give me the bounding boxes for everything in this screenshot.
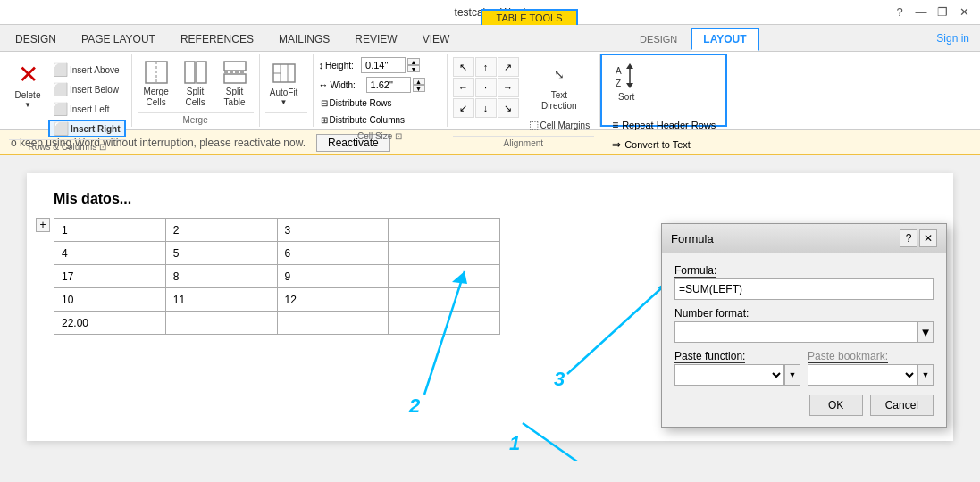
insert-right-button[interactable]: ⬜ Insert Right [48, 120, 126, 137]
table-cell[interactable] [389, 265, 500, 288]
merge-group: MergeCells SplitCells SplitTable Merge [132, 54, 260, 127]
svg-marker-14 [626, 63, 633, 69]
dialog-close-button[interactable]: ✕ [919, 229, 937, 247]
tab-design[interactable]: DESIGN [4, 28, 68, 51]
close-button[interactable]: ✕ [955, 4, 973, 21]
delete-button[interactable]: ✕ Delete ▼ [9, 57, 46, 109]
cell-margins-button[interactable]: ⬚ Cell Margins [524, 116, 595, 134]
width-down[interactable]: ▼ [413, 85, 425, 92]
table-cell[interactable] [389, 288, 500, 312]
dialog-help-button[interactable]: ? [900, 229, 917, 247]
width-input[interactable] [366, 77, 411, 93]
table-cell[interactable]: 8 [165, 265, 277, 288]
dialog-ok-button[interactable]: OK [809, 395, 863, 416]
table-cell[interactable]: 4 [54, 242, 166, 265]
paste-function-label: Paste function: [674, 350, 800, 362]
delete-dropdown[interactable]: ▼ [24, 101, 31, 109]
tab-page-layout[interactable]: PAGE LAYOUT [70, 28, 167, 51]
height-input[interactable] [361, 57, 406, 73]
autofit-button[interactable]: AutoFit ▼ [265, 57, 303, 109]
split-cells-button[interactable]: SplitCells [177, 57, 214, 109]
table-cell[interactable]: 1 [54, 219, 166, 242]
distribute-cols-button[interactable]: ⊞ Distribute Columns [319, 113, 406, 127]
align-bottom-left[interactable]: ↙ [453, 98, 474, 118]
split-table-button[interactable]: SplitTable [216, 57, 254, 109]
repeat-header-rows-button[interactable]: ≡ Repeat Header Rows [607, 116, 720, 134]
height-down[interactable]: ▼ [407, 65, 420, 72]
table-cell[interactable]: 3 [277, 219, 389, 242]
align-middle-center[interactable]: · [475, 78, 497, 97]
distribute-rows-icon: ⊟ [321, 98, 328, 108]
paste-function-select[interactable] [674, 364, 784, 386]
align-middle-left[interactable]: ← [453, 78, 474, 97]
tab-mailings[interactable]: MAILINGS [267, 28, 341, 51]
merge-cells-button[interactable]: MergeCells [138, 57, 175, 109]
table-cell[interactable] [389, 219, 500, 242]
autofit-label: AutoFit [270, 87, 298, 98]
table-cell[interactable]: 11 [165, 288, 277, 312]
table-cell[interactable] [277, 312, 389, 335]
cell-margins-icon: ⬚ [529, 119, 539, 131]
tab-view[interactable]: VIEW [411, 28, 462, 51]
paste-function-dropdown[interactable]: ▼ [784, 364, 800, 386]
table-cell[interactable] [389, 312, 500, 335]
table-cell[interactable]: 10 [54, 288, 166, 312]
table-cell[interactable]: 17 [54, 265, 166, 288]
tab-references[interactable]: REFERENCES [169, 28, 265, 51]
tab-table-design[interactable]: DESIGN [628, 28, 689, 51]
add-row-button[interactable]: + [36, 218, 50, 232]
convert-to-text-button[interactable]: ⇒ Convert to Text [607, 136, 720, 154]
minimize-button[interactable]: — [912, 4, 930, 21]
merge-content: MergeCells SplitCells SplitTable [138, 54, 254, 111]
height-spinner[interactable]: ▲ ▼ [407, 58, 420, 72]
align-top-left[interactable]: ↖ [453, 57, 474, 77]
text-direction-button[interactable]: ⤡ TextDirection [524, 57, 595, 114]
number-format-dropdown[interactable]: ▼ [917, 321, 934, 343]
align-top-right[interactable]: ↗ [498, 57, 519, 77]
split-cells-label: SplitCells [185, 87, 205, 108]
table-cell-result[interactable]: 22.00 [54, 312, 166, 335]
help-button[interactable]: ? [891, 4, 909, 21]
number-format-input[interactable] [674, 321, 917, 343]
dialog-cancel-button[interactable]: Cancel [870, 395, 934, 416]
distribute-rows-button[interactable]: ⊟ Distribute Rows [319, 96, 394, 110]
height-up[interactable]: ▲ [407, 58, 420, 65]
table-cell[interactable]: 9 [277, 265, 389, 288]
restore-button[interactable]: ❐ [934, 4, 951, 21]
autofit-dropdown[interactable]: ▼ [281, 98, 288, 106]
ribbon: ✕ Delete ▼ ⬜ Insert Above ⬜ Insert Below… [0, 52, 980, 130]
paste-bookmark-select[interactable] [808, 364, 917, 386]
width-up[interactable]: ▲ [413, 78, 425, 85]
table-cell[interactable] [389, 242, 500, 265]
rows-columns-group: ✕ Delete ▼ ⬜ Insert Above ⬜ Insert Below… [4, 54, 132, 127]
align-bottom-right[interactable]: ↘ [498, 98, 519, 118]
insert-below-button[interactable]: ⬜ Insert Below [48, 80, 126, 98]
rows-columns-expand[interactable]: ⊡ [99, 142, 106, 152]
table-tools-area: TABLE TOOLS [481, 0, 579, 25]
sort-button[interactable]: A Z Sort [607, 59, 645, 111]
align-bottom-center[interactable]: ↓ [475, 98, 497, 118]
dialog-controls: ? ✕ [900, 229, 937, 247]
align-middle-right[interactable]: → [498, 78, 519, 97]
merge-label: Merge [138, 112, 254, 127]
tab-review[interactable]: REVIEW [343, 28, 408, 51]
table-cell[interactable]: 6 [277, 242, 389, 265]
tab-layout[interactable]: LAYOUT [691, 28, 758, 51]
split-table-icon [221, 60, 249, 85]
table-cell[interactable]: 12 [277, 288, 389, 312]
paste-bookmark-dropdown[interactable]: ▼ [917, 364, 934, 386]
insert-left-button[interactable]: ⬜ Insert Left [48, 100, 126, 118]
cell-size-expand[interactable]: ⊡ [395, 131, 402, 141]
split-table-label: SplitTable [224, 87, 246, 108]
insert-above-button[interactable]: ⬜ Insert Above [48, 61, 126, 79]
merge-cells-icon [142, 60, 171, 85]
align-top-center[interactable]: ↑ [475, 57, 497, 77]
table-cell[interactable] [165, 312, 277, 335]
sign-in-link[interactable]: Sign in [926, 29, 980, 48]
formula-input[interactable] [674, 278, 934, 300]
table-cell[interactable]: 5 [165, 242, 277, 265]
paste-row: Paste function: ▼ Paste bookmark: ▼ [674, 350, 934, 386]
width-spinner[interactable]: ▲ ▼ [413, 78, 425, 92]
table-cell[interactable]: 2 [165, 219, 277, 242]
height-label: Height: [325, 61, 359, 71]
